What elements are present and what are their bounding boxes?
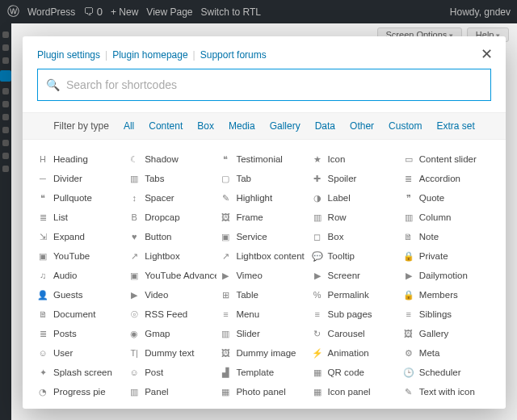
sidebar-icon[interactable] <box>2 127 9 133</box>
shortcode-item[interactable]: ⚡Animation <box>312 343 400 363</box>
shortcode-item[interactable]: ▦Photo panel <box>220 382 308 401</box>
shortcode-item[interactable]: ❝Pullquote <box>37 188 125 208</box>
shortcode-item[interactable]: ❞Quote <box>403 188 491 208</box>
shortcode-item[interactable]: 🗎Note <box>403 227 491 246</box>
shortcode-item[interactable]: ↗Lightbox <box>128 246 216 266</box>
shortcode-item[interactable]: ✦Splash screen <box>37 363 125 382</box>
shortcode-item[interactable]: ★Icon <box>312 149 400 169</box>
shortcode-item[interactable]: ◉Gmap <box>128 324 216 343</box>
sidebar-icon[interactable] <box>2 44 9 51</box>
shortcode-item[interactable]: ≡Siblings <box>403 304 491 324</box>
sidebar-icon[interactable] <box>2 32 9 38</box>
shortcode-item[interactable]: ▣Service <box>220 227 308 246</box>
shortcode-item[interactable]: 🕒Scheduler <box>403 363 491 382</box>
filter-tab-data[interactable]: Data <box>315 120 335 132</box>
shortcode-item[interactable]: 💬Tooltip <box>312 246 400 266</box>
filter-tab-extra-set[interactable]: Extra set <box>436 120 474 132</box>
shortcode-item[interactable]: ⦾RSS Feed <box>128 304 216 324</box>
shortcode-item[interactable]: ✚Spoiler <box>312 169 400 188</box>
shortcode-item[interactable]: ▶Dailymotion <box>403 266 491 285</box>
shortcode-item[interactable]: ♥Button <box>128 227 216 246</box>
shortcode-item[interactable]: ✎Highlight <box>220 188 308 208</box>
shortcode-item[interactable]: ≡Menu <box>220 304 308 324</box>
shortcode-item[interactable]: T|Dummy text <box>128 343 216 363</box>
shortcode-item[interactable]: BDropcap <box>128 208 216 227</box>
shortcode-item[interactable]: ▣YouTube <box>37 246 125 266</box>
shortcode-item[interactable]: ▥Tabs <box>128 169 216 188</box>
shortcode-item[interactable]: ♫Audio <box>37 266 125 285</box>
shortcode-item[interactable]: ≣Posts <box>37 324 125 343</box>
adminbar-new[interactable]: + New <box>111 6 138 18</box>
sidebar-icon-active[interactable] <box>0 70 11 82</box>
shortcode-item[interactable]: ⇲Expand <box>37 227 125 246</box>
shortcode-item[interactable]: 🖼Gallery <box>403 324 491 343</box>
shortcode-item[interactable]: 🖼Dummy image <box>220 343 308 363</box>
shortcode-item[interactable]: ☺User <box>37 343 125 363</box>
sidebar-icon[interactable] <box>2 88 9 94</box>
shortcode-item[interactable]: ▢Tab <box>220 169 308 188</box>
shortcode-item[interactable]: ▦QR code <box>312 363 400 382</box>
filter-tab-box[interactable]: Box <box>197 120 214 132</box>
sidebar-icon[interactable] <box>2 57 9 64</box>
admin-bar: ⓦ WordPress 🗨 0 + New View Page Switch t… <box>0 0 517 23</box>
adminbar-switch-rtl[interactable]: Switch to RTL <box>201 6 261 18</box>
sidebar-icon[interactable] <box>2 101 9 107</box>
filter-tab-content[interactable]: Content <box>149 120 183 132</box>
sidebar-icon[interactable] <box>2 140 9 146</box>
shortcode-item[interactable]: ▭Content slider <box>403 149 491 169</box>
sidebar-icon[interactable] <box>2 153 9 159</box>
plugin-homepage-link[interactable]: Plugin homepage <box>112 49 187 61</box>
shortcode-item[interactable]: ❝Testimonial <box>220 149 308 169</box>
shortcode-icon: ≣ <box>37 329 48 339</box>
search-input[interactable] <box>66 78 482 91</box>
filter-tab-other[interactable]: Other <box>350 120 374 132</box>
shortcode-item[interactable]: ↻Carousel <box>312 324 400 343</box>
shortcode-item[interactable]: HHeading <box>37 149 125 169</box>
shortcode-item[interactable]: ◻Box <box>312 227 400 246</box>
shortcode-item[interactable]: ▥Slider <box>220 324 308 343</box>
shortcode-item[interactable]: ↕Spacer <box>128 188 216 208</box>
shortcode-item[interactable]: 🖼Frame <box>220 208 308 227</box>
shortcode-item[interactable]: %Permalink <box>312 285 400 304</box>
support-forums-link[interactable]: Support forums <box>200 49 267 61</box>
shortcode-item[interactable]: ▟Template <box>220 363 308 382</box>
shortcode-item[interactable]: ≣Accordion <box>403 169 491 188</box>
adminbar-howdy[interactable]: Howdy, gndev <box>450 6 511 18</box>
plugin-settings-link[interactable]: Plugin settings <box>37 49 100 61</box>
adminbar-comments[interactable]: 🗨 0 <box>83 6 103 18</box>
filter-tab-all[interactable]: All <box>124 120 134 132</box>
sidebar-icon[interactable] <box>2 114 9 120</box>
filter-tab-gallery[interactable]: Gallery <box>270 120 301 132</box>
adminbar-site[interactable]: WordPress <box>27 6 75 18</box>
shortcode-item[interactable]: ▦Icon panel <box>312 382 400 401</box>
shortcode-item[interactable]: ⚙Meta <box>403 343 491 363</box>
shortcode-item[interactable]: ≡Sub pages <box>312 304 400 324</box>
shortcode-item[interactable]: ▶Screenr <box>312 266 400 285</box>
shortcode-item[interactable]: ▣YouTube Advanced <box>128 266 216 285</box>
shortcode-item[interactable]: 🔒Private <box>403 246 491 266</box>
shortcode-item[interactable]: ⊞Table <box>220 285 308 304</box>
shortcode-item[interactable]: 🔒Members <box>403 285 491 304</box>
shortcode-item[interactable]: 👤Guests <box>37 285 125 304</box>
shortcode-item[interactable]: ↗Lightbox content <box>220 246 308 266</box>
shortcode-item[interactable]: ≣List <box>37 208 125 227</box>
filter-tab-media[interactable]: Media <box>229 120 255 132</box>
shortcode-item[interactable]: 🗎Document <box>37 304 125 324</box>
shortcode-item[interactable]: ▥Panel <box>128 382 216 401</box>
shortcode-item[interactable]: ▶Video <box>128 285 216 304</box>
wordpress-logo-icon[interactable]: ⓦ <box>6 6 19 19</box>
shortcode-item[interactable]: ▥Column <box>403 208 491 227</box>
shortcode-icon: ▣ <box>128 271 140 281</box>
adminbar-view-page[interactable]: View Page <box>146 6 192 18</box>
shortcode-item[interactable]: ◑Label <box>312 188 400 208</box>
shortcode-item[interactable]: ▶Vimeo <box>220 266 308 285</box>
close-icon[interactable]: ✕ <box>478 46 494 62</box>
shortcode-item[interactable]: ☾Shadow <box>128 149 216 169</box>
shortcode-item[interactable]: ─Divider <box>37 169 125 188</box>
shortcode-item[interactable]: ☺Post <box>128 363 216 382</box>
filter-tab-custom[interactable]: Custom <box>389 120 422 132</box>
sidebar-icon[interactable] <box>2 166 9 172</box>
shortcode-item[interactable]: ◔Progress pie <box>37 382 125 401</box>
shortcode-item[interactable]: ✎Text with icon <box>403 382 491 401</box>
shortcode-item[interactable]: ▥Row <box>312 208 400 227</box>
